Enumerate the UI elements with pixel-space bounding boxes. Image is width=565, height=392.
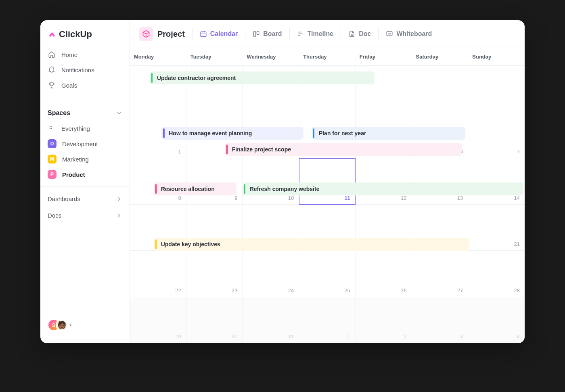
date-number: 25 <box>344 287 350 293</box>
avatar[interactable]: 🧑🏾 <box>56 319 68 331</box>
view-tab-timeline[interactable]: Timeline <box>297 30 334 38</box>
divider <box>245 28 245 40</box>
bell-icon <box>48 66 56 74</box>
event-label: Finalize project scope <box>232 146 291 153</box>
calendar-cell[interactable] <box>468 66 525 112</box>
event-label: Update key objectives <box>161 241 220 247</box>
grid-dots-icon <box>48 124 56 132</box>
date-number: 4 <box>517 333 520 340</box>
main-panel: Project Calendar Board Timeline Doc <box>130 20 525 343</box>
nav-home[interactable]: Home <box>40 47 130 62</box>
nav-notifications[interactable]: Notifications <box>40 62 130 78</box>
calendar-day-header: Monday Tuesday Wednesday Thursday Friday… <box>130 48 525 66</box>
nav-docs[interactable]: Docs <box>40 207 130 224</box>
view-label: Board <box>263 30 282 38</box>
date-number: 26 <box>401 287 406 293</box>
app-window: ClickUp Home Notifications Goals Spaces … <box>40 20 525 343</box>
calendar-cell[interactable]: 10 <box>243 158 299 205</box>
calendar-cell[interactable]: 2 <box>356 297 412 344</box>
spaces-everything[interactable]: Everything <box>40 121 130 136</box>
date-number: 1 <box>178 149 181 155</box>
space-marketing[interactable]: M Marketing <box>40 151 130 167</box>
section-title: Spaces <box>48 109 70 117</box>
day-label: Tuesday <box>186 48 243 65</box>
event-manage-event-planning[interactable]: How to manage event planning <box>161 127 303 140</box>
calendar-cell[interactable]: 24 <box>243 251 299 297</box>
calendar-cell[interactable]: 31 <box>243 297 299 344</box>
divider <box>40 228 130 228</box>
project-label: Project <box>157 29 185 39</box>
chevron-down-icon[interactable]: ▾ <box>69 323 72 328</box>
view-label: Calendar <box>210 30 238 38</box>
space-label: Marketing <box>62 156 89 163</box>
whiteboard-icon <box>386 30 393 38</box>
date-number: 28 <box>514 287 520 293</box>
event-update-objectives[interactable]: Update key objectives <box>154 238 469 251</box>
event-finalize-scope[interactable]: Finalize project scope <box>225 143 462 156</box>
view-tab-doc[interactable]: Doc <box>348 30 371 38</box>
date-number: 30 <box>232 333 237 340</box>
calendar-cell[interactable]: 1 <box>299 297 356 344</box>
event-refresh-website[interactable]: Refresh company website <box>243 182 523 195</box>
space-badge: P <box>48 170 56 179</box>
calendar-cell[interactable]: 29 <box>130 297 186 344</box>
calendar-cell[interactable]: 7 <box>468 112 525 159</box>
date-number: 12 <box>401 195 406 201</box>
calendar-cell[interactable]: 28 <box>468 251 525 297</box>
brand-logo[interactable]: ClickUp <box>40 27 130 47</box>
board-icon <box>253 30 260 38</box>
calendar-cell[interactable]: 22 <box>130 251 186 297</box>
date-number: 11 <box>344 195 350 201</box>
calendar-cell[interactable]: 26 <box>356 251 412 297</box>
svg-rect-6 <box>257 31 259 35</box>
date-number: 3 <box>460 333 463 340</box>
date-number: 22 <box>175 287 181 293</box>
space-development[interactable]: D Development <box>40 136 130 151</box>
date-number: 21 <box>514 241 520 247</box>
day-label: Friday <box>356 48 412 65</box>
nav-label: Home <box>61 51 77 58</box>
brand-name: ClickUp <box>59 29 92 40</box>
calendar-cell[interactable]: 21 <box>468 205 525 251</box>
event-resource-allocation[interactable]: Resource allocation <box>154 182 236 195</box>
nav-label: Goals <box>61 82 77 89</box>
date-number: 14 <box>514 195 520 201</box>
calendar-cell[interactable]: 11 <box>299 158 356 205</box>
calendar-cell[interactable]: 14 <box>468 158 525 205</box>
event-update-contractor-agreement[interactable]: Update contractor agreement <box>150 71 375 84</box>
calendar-cell[interactable]: 3 <box>412 297 469 344</box>
calendar-cell[interactable]: 4 <box>468 297 525 344</box>
calendar-cell[interactable]: 12 <box>356 158 412 205</box>
calendar-cell[interactable] <box>412 66 469 112</box>
calendar-cell[interactable]: 9 <box>186 158 243 205</box>
svg-point-3 <box>51 128 52 129</box>
trophy-icon <box>48 81 56 89</box>
calendar-cell[interactable]: 23 <box>186 251 243 297</box>
calendar-cell[interactable]: 8 <box>130 158 186 205</box>
day-label: Sunday <box>468 48 525 65</box>
space-product[interactable]: P Product <box>40 167 130 182</box>
calendar-icon <box>200 30 207 38</box>
nav-label: Everything <box>61 125 90 132</box>
calendar-cell[interactable]: 30 <box>186 297 243 344</box>
nav-goals[interactable]: Goals <box>40 78 130 93</box>
project-title[interactable]: Project <box>139 27 185 41</box>
view-tab-board[interactable]: Board <box>253 30 282 38</box>
view-label: Whiteboard <box>396 30 432 38</box>
spaces-header[interactable]: Spaces <box>40 104 130 121</box>
nav-dashboards[interactable]: Dashboards <box>40 191 130 207</box>
view-tab-whiteboard[interactable]: Whiteboard <box>386 30 432 38</box>
calendar-cell[interactable]: 13 <box>412 158 469 205</box>
doc-icon <box>348 30 356 38</box>
divider <box>40 186 130 187</box>
view-label: Doc <box>359 30 371 38</box>
event-plan-next-year[interactable]: Plan for next year <box>312 127 465 140</box>
calendar-cell[interactable]: 25 <box>299 251 356 297</box>
calendar-cell[interactable]: 27 <box>412 251 469 297</box>
clickup-logo-icon <box>48 30 56 39</box>
date-number: 31 <box>288 333 294 340</box>
divider <box>378 28 379 40</box>
view-tab-calendar[interactable]: Calendar <box>200 30 238 38</box>
svg-rect-4 <box>201 32 206 37</box>
date-number: 23 <box>232 287 237 293</box>
